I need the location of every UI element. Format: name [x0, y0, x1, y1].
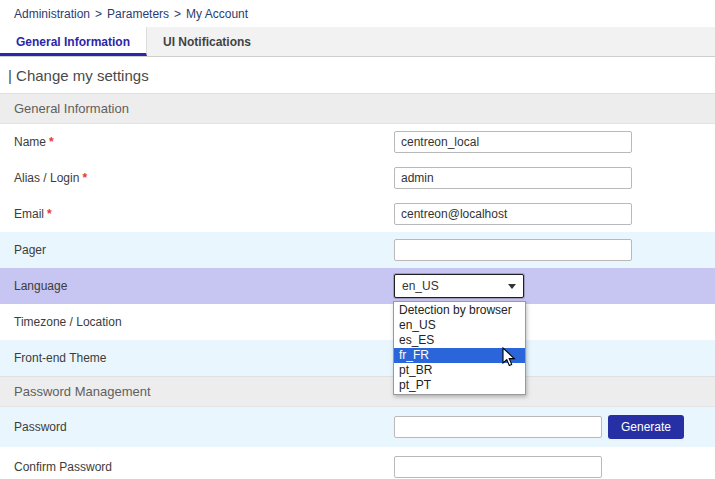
required-indicator: *: [49, 135, 54, 149]
pager-input[interactable]: [394, 239, 632, 261]
form-row-language: Language en_US Detection by browser en_U…: [0, 268, 715, 304]
dropdown-option[interactable]: pt_PT: [394, 378, 525, 393]
language-selected-value: en_US: [402, 279, 439, 293]
field-label-name: Name*: [0, 135, 394, 149]
email-input[interactable]: [394, 203, 632, 225]
tab-bar: General Information UI Notifications: [0, 27, 715, 57]
breadcrumb-link-administration[interactable]: Administration: [14, 7, 90, 21]
field-label-text: Timezone / Location: [14, 315, 122, 329]
form-row-name: Name*: [0, 124, 715, 160]
field-label-text: Email: [14, 207, 44, 221]
breadcrumb-link-my-account[interactable]: My Account: [186, 7, 248, 21]
tab-general-information[interactable]: General Information: [0, 27, 147, 56]
field-label-confirm-password: Confirm Password: [0, 460, 394, 474]
required-indicator: *: [82, 171, 87, 185]
password-input[interactable]: [394, 416, 602, 438]
dropdown-option[interactable]: pt_BR: [394, 363, 525, 378]
field-label-text: Alias / Login: [14, 171, 79, 185]
section-header-general: General Information: [0, 93, 715, 124]
alias-input[interactable]: [394, 167, 632, 189]
breadcrumb-separator: >: [95, 7, 102, 21]
field-label-language: Language: [0, 279, 394, 293]
form-row-password: Password Generate: [0, 407, 715, 447]
dropdown-option[interactable]: en_US: [394, 318, 525, 333]
field-label-text: Name: [14, 135, 46, 149]
field-label-text: Confirm Password: [14, 460, 112, 474]
field-label-pager: Pager: [0, 243, 394, 257]
tab-ui-notifications[interactable]: UI Notifications: [147, 27, 267, 56]
field-label-alias: Alias / Login*: [0, 171, 394, 185]
breadcrumb-separator: >: [174, 7, 181, 21]
form-row-alias: Alias / Login*: [0, 160, 715, 196]
form-row-pager: Pager: [0, 232, 715, 268]
field-label-password: Password: [0, 420, 394, 434]
language-dropdown: Detection by browser en_US es_ES fr_FR p…: [393, 301, 526, 395]
generate-button[interactable]: Generate: [608, 415, 684, 439]
field-label-text: Password: [14, 420, 67, 434]
field-label-email: Email*: [0, 207, 394, 221]
form-row-theme: Front-end Theme: [0, 340, 715, 376]
breadcrumb-link-parameters[interactable]: Parameters: [107, 7, 169, 21]
section-header-password: Password Management: [0, 376, 715, 407]
dropdown-option-highlighted[interactable]: fr_FR: [394, 348, 525, 363]
page-title: | Change my settings: [0, 57, 715, 93]
field-label-theme: Front-end Theme: [0, 351, 394, 365]
dropdown-option[interactable]: es_ES: [394, 333, 525, 348]
language-select[interactable]: en_US: [394, 274, 524, 298]
form-row-timezone: Timezone / Location: [0, 304, 715, 340]
name-input[interactable]: [394, 131, 632, 153]
confirm-password-input[interactable]: [394, 456, 602, 478]
field-label-text: Pager: [14, 243, 46, 257]
form-row-email: Email*: [0, 196, 715, 232]
field-label-text: Front-end Theme: [14, 351, 107, 365]
breadcrumb: Administration>Parameters>My Account: [0, 0, 715, 27]
form-row-confirm-password: Confirm Password: [0, 447, 715, 479]
field-label-timezone: Timezone / Location: [0, 315, 394, 329]
dropdown-option[interactable]: Detection by browser: [394, 303, 525, 318]
chevron-down-icon: [508, 284, 516, 289]
required-indicator: *: [47, 207, 52, 221]
field-label-text: Language: [14, 279, 67, 293]
